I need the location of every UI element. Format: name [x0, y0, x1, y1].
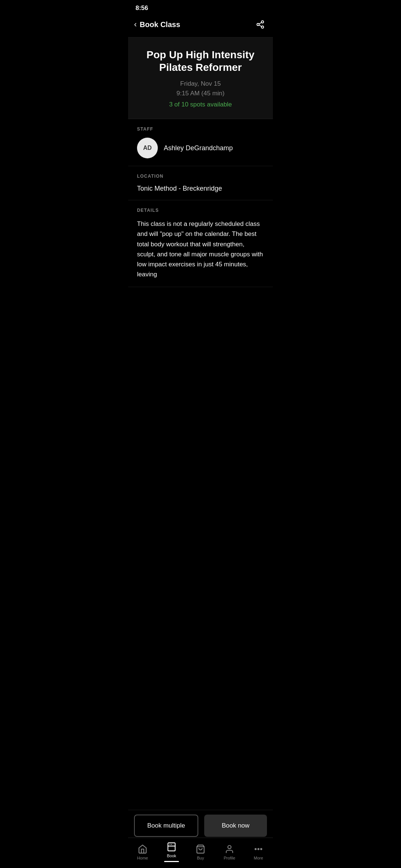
svg-point-13: [261, 848, 262, 849]
status-time: 8:56: [136, 4, 148, 12]
location-section-label: LOCATION: [137, 174, 264, 179]
share-icon: [256, 20, 265, 29]
staff-section: STAFF AD Ashley DeGrandchamp: [128, 119, 273, 166]
main-content: Pop Up High Intensity Pilates Reformer F…: [128, 37, 273, 324]
book-multiple-button[interactable]: Book multiple: [134, 815, 198, 837]
nav-item-home[interactable]: Home: [128, 844, 157, 860]
book-now-button[interactable]: Book now: [204, 815, 267, 837]
profile-icon: [224, 844, 235, 854]
share-button[interactable]: [254, 18, 267, 31]
svg-line-3: [259, 25, 262, 27]
nav-item-book[interactable]: Book: [157, 842, 186, 862]
nav-title: Book Class: [140, 20, 180, 29]
nav-label-book: Book: [167, 854, 176, 858]
nav-bar: ‹ Book Class: [128, 15, 273, 37]
location-name: Tonic Method - Breckenridge: [137, 185, 264, 193]
svg-point-10: [228, 845, 231, 849]
details-section: DETAILS This class is not a regularly sc…: [128, 200, 273, 287]
nav-item-buy[interactable]: Buy: [186, 844, 215, 860]
class-header: Pop Up High Intensity Pilates Reformer F…: [128, 37, 273, 119]
back-arrow-icon: ‹: [134, 20, 137, 29]
staff-section-label: STAFF: [137, 126, 264, 132]
svg-line-4: [259, 23, 262, 24]
staff-name: Ashley DeGrandchamp: [164, 144, 233, 152]
status-bar: 8:56: [128, 0, 273, 15]
nav-active-indicator: [164, 861, 179, 862]
nav-item-profile[interactable]: Profile: [215, 844, 244, 860]
home-icon: [137, 844, 148, 854]
back-button[interactable]: ‹ Book Class: [134, 20, 180, 29]
staff-avatar: AD: [137, 138, 158, 158]
staff-item: AD Ashley DeGrandchamp: [137, 138, 264, 158]
svg-point-12: [258, 848, 259, 849]
book-icon: [166, 842, 177, 852]
class-date: Friday, Nov 15: [137, 80, 264, 88]
details-text: This class is not a regularly scheduled …: [137, 219, 264, 279]
nav-label-profile: Profile: [224, 856, 235, 860]
class-time: 9:15 AM (45 min): [137, 90, 264, 97]
nav-label-home: Home: [137, 856, 148, 860]
spots-available: 3 of 10 spots available: [137, 101, 264, 108]
details-section-label: DETAILS: [137, 208, 264, 213]
nav-label-more: More: [254, 856, 263, 860]
bottom-buttons: Book multiple Book now: [128, 810, 273, 841]
buy-icon: [195, 844, 206, 854]
location-section: LOCATION Tonic Method - Breckenridge: [128, 166, 273, 200]
class-title: Pop Up High Intensity Pilates Reformer: [137, 49, 264, 73]
svg-point-11: [255, 848, 256, 849]
nav-label-buy: Buy: [197, 856, 204, 860]
more-icon: [253, 844, 264, 854]
nav-item-more[interactable]: More: [244, 844, 273, 860]
bottom-nav: Home Book Buy: [128, 838, 273, 868]
